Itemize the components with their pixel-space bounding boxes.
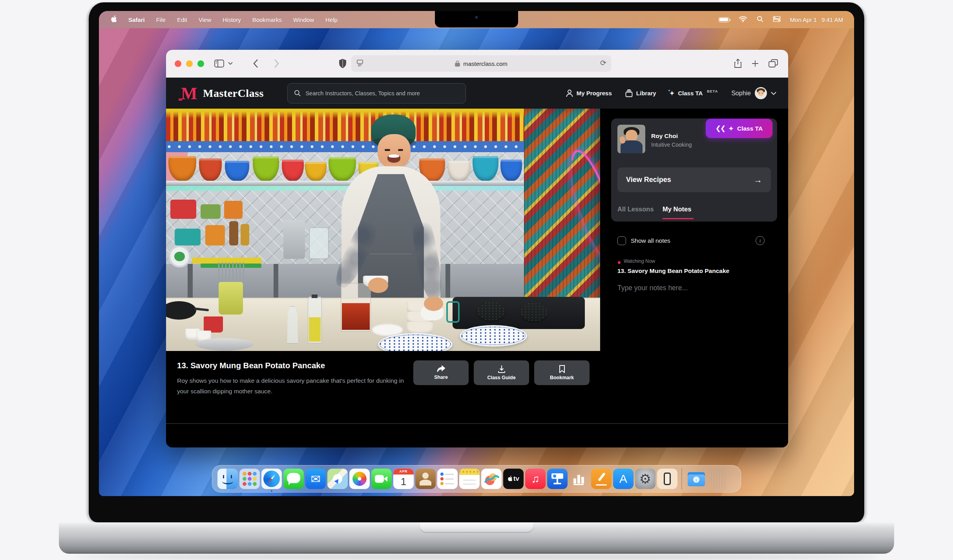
dock-notes-icon[interactable] [459,469,480,489]
account-menu[interactable]: Sophie [731,87,776,99]
dock-mail-icon[interactable]: ✉ [305,469,326,489]
active-tab-underline [663,218,694,219]
dock-pages-icon[interactable] [591,469,612,489]
dock-photos-icon[interactable] [349,469,370,489]
dock-calendar-icon[interactable]: APR 1 [393,469,414,489]
library-icon [625,89,633,97]
sidebar-toggle-button[interactable] [214,60,224,67]
tab-my-notes[interactable]: My Notes [663,205,691,213]
dock-music-icon[interactable]: ♫ [525,469,546,489]
kitchen-decor [229,221,238,245]
chili-oil-jar [341,283,371,332]
reload-button[interactable]: ⟳ [600,58,606,67]
dock-freeform-icon[interactable] [481,469,502,489]
watching-now-label: Watching Now [624,258,655,264]
zoom-window-button[interactable] [197,60,204,67]
dock-launchpad-icon[interactable] [239,469,260,489]
spotlight-search-icon[interactable] [757,16,763,24]
tab-all-lessons[interactable]: All Lessons [617,205,654,213]
class-ta-button[interactable]: ❮❮ ✦ Class TA [706,119,772,138]
sidebar-chevron-icon[interactable] [228,62,233,65]
apple-glyph [508,476,513,482]
masterclass-logo-icon[interactable]: M [178,84,198,102]
back-button[interactable] [253,59,258,68]
griddle [453,297,585,329]
dock-divider [681,468,682,489]
dock-finder-icon[interactable] [217,469,238,489]
kitchen-decor [309,227,329,259]
lesson-title: 13. Savory Mung Bean Potato Pancake [177,361,325,370]
nav-library[interactable]: Library [625,89,656,97]
griddle-handle [446,301,459,323]
search-icon [294,89,301,97]
forward-button[interactable] [274,59,279,68]
dock-keynote-icon[interactable] [547,469,568,489]
control-center-icon[interactable] [773,16,781,23]
menu-bookmarks[interactable]: Bookmarks [252,16,282,23]
dock-trash-icon[interactable] [708,469,728,489]
wifi-icon[interactable] [739,16,747,24]
class-guide-button[interactable]: Class Guide [474,360,529,385]
masterclass-wordmark[interactable]: MasterClass [203,87,264,100]
dock-downloads-icon[interactable]: ↓ [686,469,707,489]
privacy-shield-icon[interactable] [339,59,347,68]
dock-iphone-mirroring-icon[interactable] [657,469,677,489]
dock-numbers-icon[interactable] [569,469,590,489]
apple-menu-icon[interactable] [111,15,117,24]
dock-messages-icon[interactable] [283,469,304,489]
menu-help[interactable]: Help [325,16,338,23]
close-window-button[interactable] [175,60,181,67]
user-avatar[interactable] [755,87,767,99]
kitchen-decor [174,252,185,262]
pancake [520,302,548,321]
new-tab-button[interactable] [751,60,759,67]
nav-my-progress[interactable]: My Progress [566,89,612,97]
battery-icon[interactable] [719,17,729,22]
search-input[interactable] [305,90,459,96]
dock: ✉ APR 1 tv [212,465,741,493]
menu-file[interactable]: File [156,16,166,23]
view-recipes-button[interactable]: View Recipes → [617,167,771,192]
macbook-shadow [75,555,878,559]
dock-facetime-icon[interactable] [371,469,392,489]
share-lesson-button[interactable]: Share [413,360,469,385]
blue-dot-plate [460,325,528,346]
dock-reminders-icon[interactable] [437,469,458,489]
share-button[interactable] [734,59,742,68]
menu-view[interactable]: View [199,16,211,23]
instructor-hand [424,296,443,311]
instructor-name: Roy Choi [651,133,678,140]
dock-safari-icon[interactable] [261,469,282,489]
show-all-notes-checkbox[interactable] [617,236,626,245]
dock-app-store-icon[interactable]: A [613,469,634,489]
minimize-window-button[interactable] [186,60,193,67]
kitchen-decor [224,201,242,219]
dock-system-settings-icon[interactable]: ⚙ [635,469,655,489]
kitchen-decor [166,181,524,185]
sauce-bottle-shelf [166,109,524,141]
dock-contacts-icon[interactable] [415,469,436,489]
sparkle-icon: ✦ [728,125,734,132]
arrow-right-icon: → [754,175,762,185]
tab-overview-button[interactable] [769,59,778,68]
bookmark-lesson-button[interactable]: Bookmark [534,360,590,385]
kitchen-decor [205,225,225,246]
site-search[interactable] [287,83,466,104]
menu-edit[interactable]: Edit [177,16,187,23]
dock-apple-tv-icon[interactable]: tv [503,469,524,489]
menu-window[interactable]: Window [293,16,314,23]
desktop-stage: Safari File Edit View History Bookmarks … [0,0,953,560]
dock-maps-icon[interactable] [327,469,348,489]
menu-bar-clock[interactable]: Mon Apr 19:41 AM [790,16,843,23]
notes-input[interactable]: Type your notes here... [617,284,688,292]
macbook-lid-notch [419,522,534,533]
info-icon[interactable]: i [756,236,765,245]
video-player[interactable] [166,109,600,351]
menu-history[interactable]: History [223,16,241,23]
chevron-down-icon[interactable] [771,90,776,96]
nav-class-ta[interactable]: ✦＋ Class TA BETA [670,90,718,97]
reader-view-icon[interactable] [356,59,364,69]
address-bar[interactable]: masterclass.com ⟳ [351,55,611,72]
menu-safari[interactable]: Safari [128,16,145,23]
kitchen-decor [170,200,196,219]
